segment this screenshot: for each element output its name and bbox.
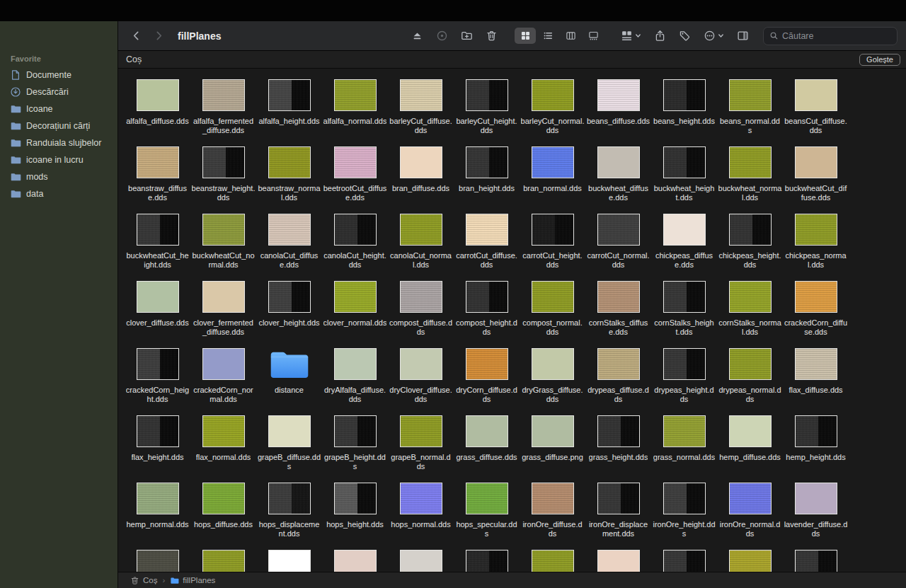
- file-item[interactable]: crackedCorn_normal.dds: [190, 348, 256, 415]
- file-item[interactable]: buckwheat_height.dds: [651, 146, 717, 214]
- file-item[interactable]: cornStalks_diffuse.dds: [585, 281, 651, 348]
- file-item[interactable]: beanstraw_diffuse.dds: [125, 146, 190, 214]
- file-item[interactable]: grass_height.dds: [585, 415, 651, 483]
- disc-button[interactable]: [436, 30, 448, 42]
- share-button[interactable]: [654, 30, 666, 42]
- file-item[interactable]: clover_height.dds: [256, 281, 322, 348]
- file-item[interactable]: chickpeas_height.dds: [717, 214, 783, 281]
- forward-button[interactable]: [151, 28, 166, 45]
- path-item-fillplanes[interactable]: fillPlanes: [170, 576, 215, 585]
- file-item[interactable]: bran_normal.dds: [520, 146, 585, 214]
- file-item[interactable]: carrotCut_normal.dds: [585, 214, 651, 281]
- file-item[interactable]: grass_normal.dds: [651, 415, 717, 483]
- file-item[interactable]: dryAlfalfa_diffuse.dds: [322, 348, 388, 415]
- file-item[interactable]: hops_diffuse.dds: [190, 483, 256, 550]
- file-item[interactable]: [125, 550, 190, 572]
- file-item[interactable]: dryClover_diffuse.dds: [388, 348, 454, 415]
- file-item[interactable]: beanstraw_normal.dds: [256, 146, 322, 214]
- file-item[interactable]: hemp_normal.dds: [125, 483, 190, 550]
- more-button[interactable]: [704, 30, 724, 42]
- file-item[interactable]: crackedCorn_height.dds: [125, 348, 190, 415]
- sidebar-item-randuiala-slujbelor[interactable]: Randuiala slujbelor: [4, 134, 113, 151]
- file-item[interactable]: [190, 550, 256, 572]
- file-item[interactable]: beans_normal.dds: [717, 79, 783, 146]
- preview-pane-button[interactable]: [737, 30, 749, 42]
- file-item[interactable]: buckwheat_diffuse.dds: [585, 146, 651, 214]
- view-gallery-button[interactable]: [583, 28, 604, 44]
- file-item[interactable]: hops_height.dds: [322, 483, 388, 550]
- file-item[interactable]: grapeB_diffuse.dds: [256, 415, 322, 483]
- file-item[interactable]: barleyCut_diffuse.dds: [388, 79, 454, 146]
- file-item[interactable]: grass_diffuse.dds: [454, 415, 520, 483]
- view-columns-button[interactable]: [560, 28, 581, 44]
- file-item[interactable]: drypeas_normal.dds: [717, 348, 783, 415]
- file-item[interactable]: canolaCut_diffuse.dds: [256, 214, 322, 281]
- new-folder-button[interactable]: [461, 30, 473, 42]
- file-item[interactable]: grass_diffuse.png: [520, 415, 585, 483]
- file-item[interactable]: carrotCut_diffuse.dds: [454, 214, 520, 281]
- sidebar-item-icoane-in-lucru[interactable]: icoane in lucru: [4, 151, 113, 168]
- file-item[interactable]: barleyCut_normal.dds: [520, 79, 585, 146]
- file-item[interactable]: beanstraw_height.dds: [190, 146, 256, 214]
- file-item[interactable]: compost_height.dds: [454, 281, 520, 348]
- folder-item[interactable]: distance: [256, 348, 322, 415]
- file-item[interactable]: drypeas_height.dds: [651, 348, 717, 415]
- file-item[interactable]: chickpeas_normal.dds: [783, 214, 849, 281]
- file-item[interactable]: bran_diffuse.dds: [388, 146, 454, 214]
- eject-button[interactable]: [411, 30, 423, 42]
- file-item[interactable]: buckwheatCut_normal.dds: [190, 214, 256, 281]
- file-item[interactable]: beans_height.dds: [651, 79, 717, 146]
- file-item[interactable]: hops_specular.dds: [454, 483, 520, 550]
- file-item[interactable]: hops_displacement.dds: [256, 483, 322, 550]
- search-field[interactable]: [763, 27, 898, 45]
- trash-button[interactable]: [486, 30, 498, 42]
- file-item[interactable]: ironOre_diffuse.dds: [520, 483, 585, 550]
- file-item[interactable]: bran_height.dds: [454, 146, 520, 214]
- sidebar-item-mods[interactable]: mods: [4, 168, 113, 185]
- file-item[interactable]: compost_normal.dds: [520, 281, 585, 348]
- file-item[interactable]: [520, 550, 585, 572]
- sidebar-item-desc-rc-ri[interactable]: Descărcări: [4, 83, 113, 100]
- file-item[interactable]: flax_diffuse.dds: [783, 348, 849, 415]
- file-item[interactable]: lavender_diffuse.dds: [783, 483, 849, 550]
- file-item[interactable]: alfalfa_diffuse.dds: [125, 79, 190, 146]
- file-item[interactable]: ironOre_height.dds: [651, 483, 717, 550]
- file-item[interactable]: chickpeas_diffuse.dds: [651, 214, 717, 281]
- sidebar-item-icoane[interactable]: Icoane: [4, 100, 113, 117]
- file-item[interactable]: alfalfa_height.dds: [256, 79, 322, 146]
- file-item[interactable]: beetrootCut_diffuse.dds: [322, 146, 388, 214]
- file-item[interactable]: [322, 550, 388, 572]
- empty-trash-button[interactable]: Golește: [859, 54, 900, 66]
- tag-button[interactable]: [679, 30, 691, 42]
- file-item[interactable]: [717, 550, 783, 572]
- path-item-co[interactable]: Coș: [130, 576, 157, 585]
- file-item[interactable]: beansCut_diffuse.dds: [783, 79, 849, 146]
- file-item[interactable]: grapeB_height.dds: [322, 415, 388, 483]
- file-item[interactable]: canolaCut_height.dds: [322, 214, 388, 281]
- sidebar-item-documente[interactable]: Documente: [4, 67, 113, 83]
- sidebar-item-decora-iuni-c-r-i[interactable]: Decorațiuni cărți: [4, 117, 113, 134]
- file-item[interactable]: hemp_height.dds: [783, 415, 849, 483]
- file-item[interactable]: compost_diffuse.dds: [388, 281, 454, 348]
- file-item[interactable]: buckwheatCut_height.dds: [125, 214, 190, 281]
- file-item[interactable]: clover_normal.dds: [322, 281, 388, 348]
- file-item[interactable]: [783, 550, 849, 572]
- file-item[interactable]: barleyCut_height.dds: [454, 79, 520, 146]
- file-item[interactable]: beans_diffuse.dds: [585, 79, 651, 146]
- sidebar-item-data[interactable]: data: [4, 185, 113, 202]
- back-button[interactable]: [128, 28, 144, 45]
- search-input[interactable]: [782, 31, 891, 41]
- file-item[interactable]: flax_normal.dds: [190, 415, 256, 483]
- file-item[interactable]: ironOre_displacement.dds: [585, 483, 651, 550]
- file-item[interactable]: alfalfa_fermented_diffuse.dds: [190, 79, 256, 146]
- file-item[interactable]: cornStalks_height.dds: [651, 281, 717, 348]
- file-item[interactable]: alfalfa_normal.dds: [322, 79, 388, 146]
- file-item[interactable]: [651, 550, 717, 572]
- file-item[interactable]: hemp_diffuse.dds: [717, 415, 783, 483]
- file-item[interactable]: hops_normal.dds: [388, 483, 454, 550]
- file-item[interactable]: [388, 550, 454, 572]
- file-item[interactable]: clover_fermented_diffuse.dds: [190, 281, 256, 348]
- file-item[interactable]: carrotCut_height.dds: [520, 214, 585, 281]
- file-item[interactable]: crackedCorn_diffuse.dds: [783, 281, 849, 348]
- view-list-button[interactable]: [537, 28, 558, 44]
